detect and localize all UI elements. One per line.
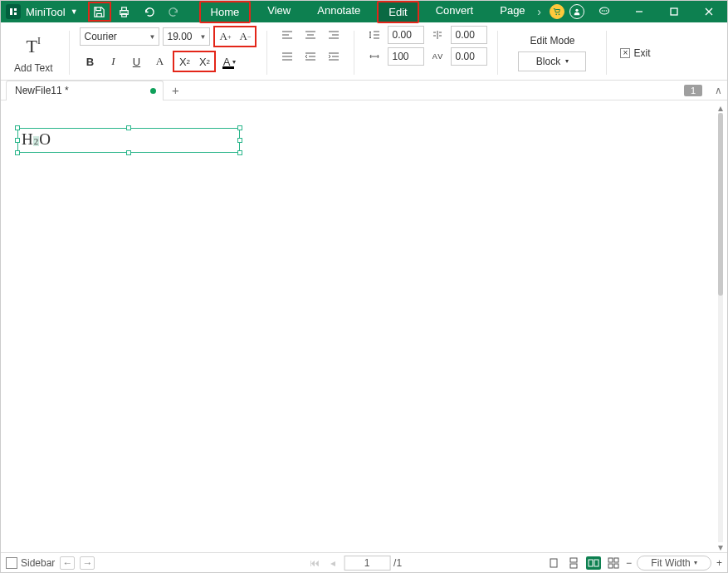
document-tab[interactable]: NewFile11 * xyxy=(6,81,164,100)
zoom-combo[interactable]: Fit Width ▾ xyxy=(637,556,711,571)
view-continuous-icon[interactable] xyxy=(566,556,581,570)
resize-handle[interactable] xyxy=(15,150,20,155)
view-facing-icon[interactable] xyxy=(586,556,601,570)
svg-point-9 xyxy=(606,10,608,12)
italic-button[interactable]: I xyxy=(103,52,123,71)
first-page-icon[interactable]: ⏮ xyxy=(307,557,322,569)
fontformat-button[interactable]: A xyxy=(149,52,169,71)
resize-handle[interactable] xyxy=(237,138,242,143)
sidebar-toggle[interactable]: Sidebar xyxy=(6,557,55,569)
chat-icon[interactable] xyxy=(589,1,619,22)
horiz-scale-input[interactable]: 100 xyxy=(388,47,424,66)
textbox-content[interactable]: H2O xyxy=(18,129,239,150)
titlebar-right: › xyxy=(537,1,727,22)
font-size-combo[interactable]: 19.00 ▼ xyxy=(163,27,210,46)
view-grid-icon[interactable] xyxy=(606,556,621,570)
align-left-button[interactable] xyxy=(277,26,297,44)
grow-font-button[interactable]: A+ xyxy=(215,27,235,46)
line-spacing-input[interactable]: 0.00 xyxy=(388,26,424,44)
word-spacing-input[interactable]: 0.00 xyxy=(451,47,487,66)
resize-handle[interactable] xyxy=(126,150,131,155)
save-icon[interactable] xyxy=(88,2,111,22)
edit-mode-label: Edit Mode xyxy=(530,35,574,47)
shrink-font-button[interactable]: A− xyxy=(235,27,255,46)
resize-handle[interactable] xyxy=(126,125,131,130)
exit-icon: × xyxy=(620,48,630,58)
svg-rect-2 xyxy=(122,13,127,17)
menu-view[interactable]: View xyxy=(257,1,300,23)
indent-increase-button[interactable] xyxy=(324,47,344,66)
user-icon[interactable] xyxy=(569,4,584,19)
indent-decrease-button[interactable] xyxy=(300,47,320,66)
new-tab-button[interactable]: + xyxy=(172,83,179,97)
scroll-thumb[interactable] xyxy=(718,113,723,296)
scroll-up-icon[interactable]: ▴ xyxy=(716,103,726,113)
edit-mode-value: Block xyxy=(536,56,560,67)
exit-group[interactable]: × Exit xyxy=(617,26,653,80)
add-text-icon: TI xyxy=(17,32,50,61)
unsaved-dot-icon xyxy=(150,88,156,94)
edit-mode-dropdown[interactable]: Block ▾ xyxy=(518,51,586,71)
close-button[interactable] xyxy=(694,1,724,22)
menu-home[interactable]: Home xyxy=(199,1,252,23)
svg-rect-41 xyxy=(570,558,577,562)
svg-point-4 xyxy=(559,14,560,16)
quick-access-toolbar xyxy=(88,2,186,22)
scroll-down-icon[interactable]: ▾ xyxy=(716,542,726,552)
svg-point-8 xyxy=(603,10,605,12)
subscript-button[interactable]: X2 xyxy=(194,52,214,71)
print-icon[interactable] xyxy=(113,2,136,22)
maximize-button[interactable] xyxy=(659,1,689,22)
exit-label: Exit xyxy=(633,47,650,59)
resize-handle[interactable] xyxy=(237,150,242,155)
bold-button[interactable]: B xyxy=(80,52,100,71)
nav-next-icon[interactable]: → xyxy=(80,556,95,570)
svg-rect-1 xyxy=(122,7,127,10)
char-spacing-icon xyxy=(428,26,447,44)
app-menu-caret[interactable]: ▼ xyxy=(71,7,78,16)
page-total: /1 xyxy=(393,557,402,569)
edit-mode-group: Edit Mode Block ▾ xyxy=(508,26,596,80)
add-text-group[interactable]: TI Add Text xyxy=(7,26,59,80)
svg-point-5 xyxy=(575,9,578,12)
page-number-input[interactable]: 1 xyxy=(344,556,390,571)
font-family-combo[interactable]: Courier ▼ xyxy=(80,27,159,46)
align-justify-button[interactable] xyxy=(277,47,297,66)
zoom-in-button[interactable]: + xyxy=(716,557,722,569)
resize-handle[interactable] xyxy=(15,138,20,143)
nav-prev-icon[interactable]: ← xyxy=(60,556,75,570)
resize-handle[interactable] xyxy=(237,125,242,130)
vertical-scrollbar[interactable]: ▴ ▾ xyxy=(716,103,726,552)
tab-label: NewFile11 * xyxy=(15,85,69,96)
underline-button[interactable]: U xyxy=(126,52,146,71)
undo-icon[interactable] xyxy=(138,2,161,22)
align-center-button[interactable] xyxy=(300,26,320,44)
menu-page[interactable]: Page xyxy=(490,1,535,23)
line-spacing-icon xyxy=(364,26,384,44)
sidebar-label: Sidebar xyxy=(21,557,55,569)
minimize-button[interactable] xyxy=(624,1,654,22)
overflow-chevron-icon[interactable]: › xyxy=(537,5,541,18)
superscript-button[interactable]: X2 xyxy=(174,52,194,71)
svg-rect-44 xyxy=(594,560,599,566)
resize-handle[interactable] xyxy=(15,125,20,130)
sidebar-icon xyxy=(6,557,17,569)
view-single-icon[interactable] xyxy=(546,556,561,570)
document-canvas[interactable]: H2O ▴ ▾ xyxy=(1,103,727,552)
align-right-button[interactable] xyxy=(324,26,344,44)
redo-icon[interactable] xyxy=(163,2,186,22)
zoom-out-button[interactable]: − xyxy=(626,557,632,569)
selected-textbox[interactable]: H2O xyxy=(17,128,240,153)
word-spacing-icon: AV xyxy=(428,47,447,66)
menu-edit[interactable]: Edit xyxy=(377,1,418,23)
char-spacing-input[interactable]: 0.00 xyxy=(451,26,487,44)
font-group: Courier ▼ 19.00 ▼ A+ A− B I U A X2 X2 A▾ xyxy=(80,26,257,80)
menu-annotate[interactable]: Annotate xyxy=(307,1,370,23)
font-color-button[interactable]: A▾ xyxy=(219,52,239,71)
scroll-track[interactable] xyxy=(718,113,723,542)
cart-icon[interactable] xyxy=(550,4,564,19)
svg-rect-43 xyxy=(589,560,593,566)
menu-convert[interactable]: Convert xyxy=(426,1,484,23)
prev-page-icon[interactable]: ◂ xyxy=(325,557,340,569)
collapse-tabbar-icon[interactable]: ∧ xyxy=(715,85,722,96)
